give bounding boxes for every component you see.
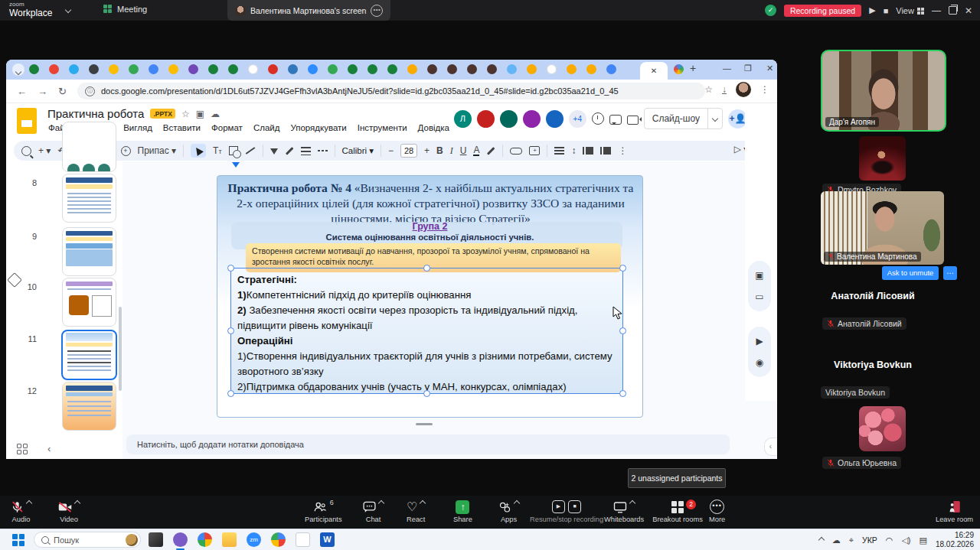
- file-explorer-icon[interactable]: [222, 532, 237, 547]
- chat-button[interactable]: Chat: [363, 500, 384, 523]
- slideshow-dropdown-icon[interactable]: [707, 109, 722, 129]
- selection-handle[interactable]: [423, 390, 430, 397]
- more-options-icon[interactable]: ⋮: [618, 145, 627, 156]
- address-bar[interactable]: ⓘ docs.google.com/presentation/d/1DL6ut5…: [77, 83, 705, 99]
- taskbar-search[interactable]: Пошук: [34, 532, 141, 548]
- meeting-tab[interactable]: Meeting: [103, 5, 147, 14]
- screen-tab-options-icon[interactable]: •••: [371, 5, 383, 17]
- new-tab-button[interactable]: +: [690, 62, 696, 74]
- add-comment-icon[interactable]: +: [529, 146, 540, 155]
- thumbnail-slide-10[interactable]: [62, 278, 116, 327]
- italic-icon[interactable]: I: [450, 145, 453, 157]
- browser-menu-icon[interactable]: ⋮: [760, 84, 769, 95]
- participant-video-daria[interactable]: Дар'я Агопян: [821, 50, 946, 132]
- current-slide[interactable]: Практична робота № 4 «Визначення 2- х на…: [217, 175, 643, 418]
- search-menus-icon[interactable]: [21, 146, 31, 156]
- bulleted-list-icon[interactable]: [583, 147, 593, 155]
- drive-favicon[interactable]: [129, 64, 139, 74]
- snowflake-favicon[interactable]: [507, 64, 517, 74]
- menu-arrange[interactable]: Упорядкувати: [290, 123, 346, 132]
- wifi-icon[interactable]: ◠: [886, 535, 893, 545]
- contacts-panel-icon[interactable]: ▣: [755, 270, 763, 281]
- participant-options-button[interactable]: …: [943, 266, 957, 280]
- selection-handle[interactable]: [619, 390, 626, 397]
- printer-icon[interactable]: ▤: [920, 535, 927, 545]
- selection-handle[interactable]: [227, 327, 234, 334]
- apps-button[interactable]: Apps: [498, 500, 519, 523]
- profile-dark-favicon[interactable]: [487, 64, 497, 74]
- border-weight-icon[interactable]: [301, 147, 311, 155]
- video-button[interactable]: Video: [58, 500, 80, 523]
- resume-recording-icon[interactable]: ▶: [869, 5, 875, 15]
- active-tab[interactable]: ✕: [640, 62, 668, 80]
- selection-handle[interactable]: [619, 327, 626, 334]
- restore-button[interactable]: [949, 6, 957, 15]
- play-panel-icon[interactable]: ▶: [756, 336, 763, 347]
- textbox-tool-icon[interactable]: Tт: [213, 145, 221, 156]
- profile-dark-favicon[interactable]: [467, 64, 477, 74]
- leave-room-button[interactable]: Leave room: [936, 500, 973, 523]
- slide-group-label[interactable]: Група 2: [217, 221, 642, 232]
- slides-favicon[interactable]: [188, 64, 198, 74]
- folder-panel-icon[interactable]: ▭: [755, 291, 763, 302]
- clock[interactable]: 16:29 18.02.2026: [936, 531, 974, 549]
- font-size-input[interactable]: 28: [400, 144, 417, 158]
- selection-handle[interactable]: [423, 265, 430, 272]
- calendar-favicon[interactable]: [29, 64, 39, 74]
- slide-highlight-box[interactable]: Створення системи мотивації до навчання,…: [246, 243, 621, 272]
- tab-search-icon[interactable]: [12, 63, 24, 76]
- extension-dark-favicon[interactable]: [89, 64, 99, 74]
- sheets-favicon[interactable]: [368, 64, 377, 74]
- comments-icon[interactable]: [609, 115, 622, 125]
- participant-tile-anatolii[interactable]: Анатолій Лісовий: [777, 291, 969, 301]
- zoom-favicon[interactable]: [308, 64, 318, 74]
- audio-options-icon[interactable]: [26, 500, 32, 506]
- menu-format[interactable]: Формат: [211, 123, 243, 132]
- menu-view[interactable]: Вигляд: [123, 123, 152, 132]
- chat-options-icon[interactable]: [378, 500, 384, 506]
- text-color-icon[interactable]: A: [473, 146, 479, 156]
- calendar-app-icon[interactable]: [296, 532, 310, 547]
- bell-favicon[interactable]: [527, 64, 537, 74]
- drive-favicon[interactable]: [109, 64, 119, 74]
- onedrive-icon[interactable]: ☁: [832, 535, 841, 545]
- browser-close-button[interactable]: ✕: [766, 63, 773, 73]
- collaborator-overflow-badge[interactable]: +4: [569, 110, 586, 128]
- increase-font-icon[interactable]: +: [424, 145, 430, 156]
- line-spacing-icon[interactable]: ↕: [571, 145, 576, 156]
- workspace-dropdown-icon[interactable]: [65, 7, 71, 13]
- zoom-app-icon[interactable]: zm: [247, 532, 261, 547]
- browser-minimize-button[interactable]: —: [723, 63, 731, 73]
- participant-tile-viktoriya[interactable]: Viktoriya Bovkun: [777, 360, 969, 370]
- browser-restore-button[interactable]: ❐: [744, 63, 752, 73]
- task-view-icon[interactable]: [149, 532, 163, 547]
- insert-link-icon[interactable]: [510, 148, 522, 155]
- collaborator-avatar-purple[interactable]: [523, 110, 541, 128]
- participant-video-dmytro[interactable]: [859, 136, 906, 181]
- back-icon[interactable]: ←: [17, 86, 27, 97]
- volume-icon[interactable]: ◁): [901, 535, 910, 545]
- audio-button[interactable]: Audio: [11, 500, 31, 523]
- drive-favicon[interactable]: [168, 64, 178, 74]
- thumbnail-slide-11-selected[interactable]: [61, 330, 117, 380]
- browser-profile-avatar[interactable]: [736, 82, 751, 97]
- edge-favicon[interactable]: [288, 64, 298, 74]
- thumbnail-slide-9[interactable]: [62, 227, 116, 276]
- slides-logo[interactable]: [17, 108, 37, 134]
- document-title[interactable]: Практична робота: [47, 107, 144, 120]
- collaborator-avatar-l[interactable]: Л: [454, 110, 472, 128]
- notes-collapse-icon[interactable]: ‹: [764, 438, 776, 456]
- photos-favicon[interactable]: [268, 64, 278, 74]
- font-family-dropdown[interactable]: Calibri ▾: [342, 145, 374, 156]
- speaker-notes-input[interactable]: Натисніть, щоб додати нотатки доповідача: [126, 434, 730, 454]
- chrome-icon[interactable]: [198, 532, 212, 547]
- gmail-favicon[interactable]: [49, 64, 59, 74]
- participants-button[interactable]: 6 Participants: [305, 500, 342, 523]
- profile-dark-favicon[interactable]: [427, 64, 437, 74]
- tray-expand-icon[interactable]: [818, 537, 825, 543]
- refresh-icon[interactable]: ↻: [58, 86, 67, 97]
- slideshow-button[interactable]: Слайд-шоу: [644, 108, 723, 129]
- move-folder-icon[interactable]: ▣: [196, 109, 204, 119]
- recording-controls[interactable]: ▶■ Resume/stop recording: [530, 500, 603, 523]
- video-options-icon[interactable]: [74, 500, 80, 506]
